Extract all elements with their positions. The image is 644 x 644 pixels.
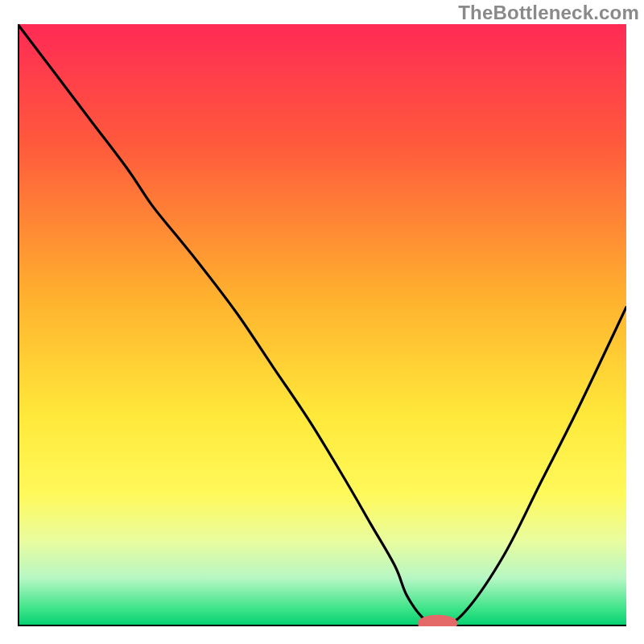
chart-svg xyxy=(18,24,626,626)
plot-area xyxy=(18,24,626,626)
gradient-background xyxy=(18,24,626,626)
watermark-label: TheBottleneck.com xyxy=(458,2,639,24)
chart-canvas: TheBottleneck.com xyxy=(0,0,644,644)
